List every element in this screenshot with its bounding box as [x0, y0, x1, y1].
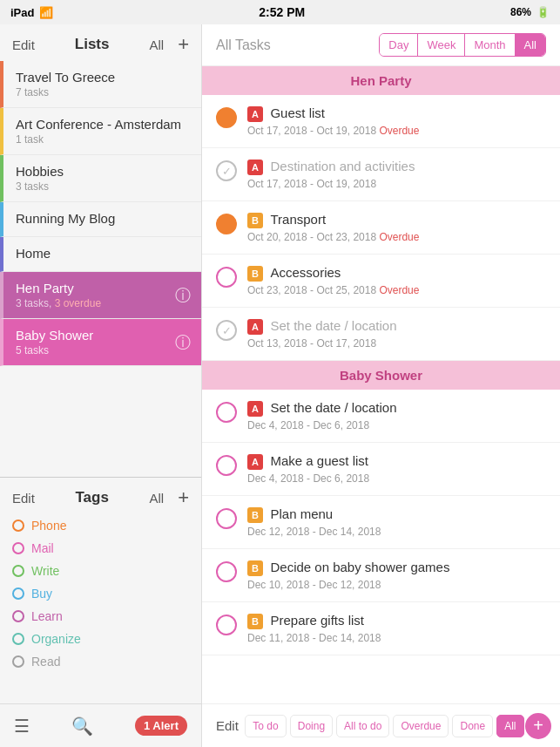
list-item-art[interactable]: Art Conference - Amsterdam 1 task [0, 108, 201, 155]
tab-month[interactable]: Month [465, 34, 515, 56]
task-name: Set the date / location [270, 400, 396, 415]
task-priority-b: B [247, 560, 263, 576]
task-name: Make a guest list [270, 453, 368, 468]
filter-doing[interactable]: Doing [290, 715, 333, 737]
task-date: Oct 13, 2018 - Oct 17, 2018 [247, 337, 546, 350]
lists-title: Lists [75, 36, 110, 53]
task-circle[interactable] [216, 615, 237, 635]
list-item-name: Art Conference - Amsterdam [16, 117, 189, 132]
tab-all[interactable]: All [516, 34, 545, 56]
list-item-hobbies[interactable]: Hobbies 3 tasks [0, 155, 201, 202]
list-item-home[interactable]: Home [0, 237, 201, 272]
section-header-baby-shower: Baby Shower [202, 361, 560, 390]
task-priority-a: A [247, 106, 263, 122]
main-bottom: Edit To do Doing All to do Overdue Done … [202, 703, 560, 747]
task-item-gifts[interactable]: B Prepare gifts list Dec 11, 2018 - Dec … [202, 602, 560, 655]
lists-all-button[interactable]: All [149, 37, 164, 52]
app-container: Edit Lists All + Travel To Greece 7 task… [0, 24, 560, 747]
info-icon[interactable]: ⓘ [175, 332, 191, 353]
task-name: Plan menu [270, 506, 333, 521]
task-priority-b: B [247, 614, 263, 629]
tag-item-buy[interactable]: Buy [12, 582, 189, 605]
tag-item-read[interactable]: Read [12, 650, 189, 673]
task-item-make-guest[interactable]: A Make a guest list Dec 4, 2018 - Dec 6,… [202, 443, 560, 496]
task-date: Dec 11, 2018 - Dec 14, 2018 [247, 632, 546, 644]
tag-item-organize[interactable]: Organize [12, 628, 189, 650]
filter-done[interactable]: Done [452, 715, 493, 737]
task-name: Guest list [270, 105, 325, 120]
task-title-row: B Plan menu [247, 506, 546, 523]
overdue-label: Overdue [379, 125, 419, 137]
task-title-row: B Accessories [247, 265, 546, 282]
lists-edit-button[interactable]: Edit [12, 37, 35, 52]
search-icon[interactable]: 🔍 [71, 716, 93, 737]
task-circle[interactable] [216, 508, 237, 529]
task-item-destination[interactable]: A Destination and activities Oct 17, 201… [202, 148, 560, 201]
task-name: Set the date / location [270, 318, 396, 333]
task-circle[interactable] [216, 107, 237, 128]
lists-add-button[interactable]: + [178, 33, 189, 56]
section-header-hen-party: Hen Party [202, 66, 560, 95]
tab-day[interactable]: Day [380, 34, 418, 56]
task-item-transport[interactable]: B Transport Oct 20, 2018 - Oct 23, 2018 … [202, 201, 560, 255]
tags-all-button[interactable]: All [149, 491, 164, 506]
bottom-edit-button[interactable]: Edit [211, 718, 244, 733]
task-circle[interactable] [216, 402, 237, 423]
overdue-label: Overdue [379, 284, 419, 296]
tags-section: Edit Tags All + Phone Mail Write [0, 477, 201, 703]
tag-dot-organize [12, 633, 24, 645]
tag-item-learn[interactable]: Learn [12, 605, 189, 628]
tags-title: Tags [75, 489, 108, 506]
bottom-add-button[interactable]: + [525, 713, 551, 739]
task-title-row: A Destination and activities [247, 159, 546, 175]
task-body: A Set the date / location Oct 13, 2018 -… [247, 318, 546, 350]
list-item-hen-party[interactable]: Hen Party 3 tasks, 3 overdue ⓘ [0, 272, 201, 319]
filter-overdue[interactable]: Overdue [393, 715, 449, 737]
filter-all[interactable]: All [496, 715, 523, 737]
list-item-running[interactable]: Running My Blog [0, 202, 201, 237]
lists-header-right: All + [149, 33, 189, 56]
tag-item-write[interactable]: Write [12, 560, 189, 582]
task-item-games[interactable]: B Decide on baby shower games Dec 10, 20… [202, 549, 560, 602]
tags-list: Phone Mail Write Buy Learn [0, 514, 201, 673]
list-items: Travel To Greece 7 tasks Art Conference … [0, 61, 201, 477]
task-item-set-date-hen[interactable]: A Set the date / location Oct 13, 2018 -… [202, 308, 560, 361]
tag-dot-read [12, 655, 24, 668]
list-item-baby-shower[interactable]: Baby Shower 5 tasks ⓘ [0, 319, 201, 366]
tag-label-write: Write [31, 564, 59, 578]
task-circle[interactable] [216, 267, 237, 288]
alert-badge[interactable]: 1 Alert [135, 716, 187, 736]
task-circle-checked[interactable] [216, 320, 237, 341]
task-title-row: A Make a guest list [247, 453, 546, 470]
info-icon[interactable]: ⓘ [175, 285, 191, 306]
task-item-accessories[interactable]: B Accessories Oct 23, 2018 - Oct 25, 201… [202, 255, 560, 308]
menu-icon[interactable]: ☰ [14, 716, 30, 737]
task-item-set-date-baby[interactable]: A Set the date / location Dec 4, 2018 - … [202, 390, 560, 443]
task-item-plan-menu[interactable]: B Plan menu Dec 12, 2018 - Dec 14, 2018 [202, 496, 560, 549]
filter-all-todo[interactable]: All to do [336, 715, 389, 737]
tags-edit-button[interactable]: Edit [12, 491, 35, 506]
tags-add-button[interactable]: + [178, 486, 189, 509]
sidebar: Edit Lists All + Travel To Greece 7 task… [0, 24, 202, 747]
tab-week[interactable]: Week [418, 34, 465, 56]
status-left: iPad 📶 [10, 6, 53, 19]
task-date: Dec 10, 2018 - Dec 12, 2018 [247, 579, 546, 591]
main-content: All Tasks Day Week Month All Hen Party A… [202, 24, 560, 747]
task-priority-b: B [247, 213, 263, 228]
task-item-guest-list[interactable]: A Guest list Oct 17, 2018 - Oct 19, 2018… [202, 95, 560, 148]
task-circle[interactable] [216, 455, 237, 476]
status-right: 86% 🔋 [510, 6, 550, 18]
task-title-row: B Prepare gifts list [247, 613, 546, 629]
tag-item-phone[interactable]: Phone [12, 514, 189, 537]
filter-todo[interactable]: To do [245, 715, 286, 737]
task-circle[interactable] [216, 214, 237, 234]
task-circle-checked[interactable] [216, 160, 237, 181]
list-item-travel[interactable]: Travel To Greece 7 tasks [0, 61, 201, 108]
tag-label-phone: Phone [31, 519, 66, 533]
tag-item-mail[interactable]: Mail [12, 537, 189, 560]
task-priority-b: B [247, 266, 263, 282]
list-item-name: Travel To Greece [16, 70, 189, 85]
task-circle[interactable] [216, 561, 237, 582]
task-title-row: A Set the date / location [247, 400, 546, 417]
task-name: Prepare gifts list [270, 613, 364, 628]
